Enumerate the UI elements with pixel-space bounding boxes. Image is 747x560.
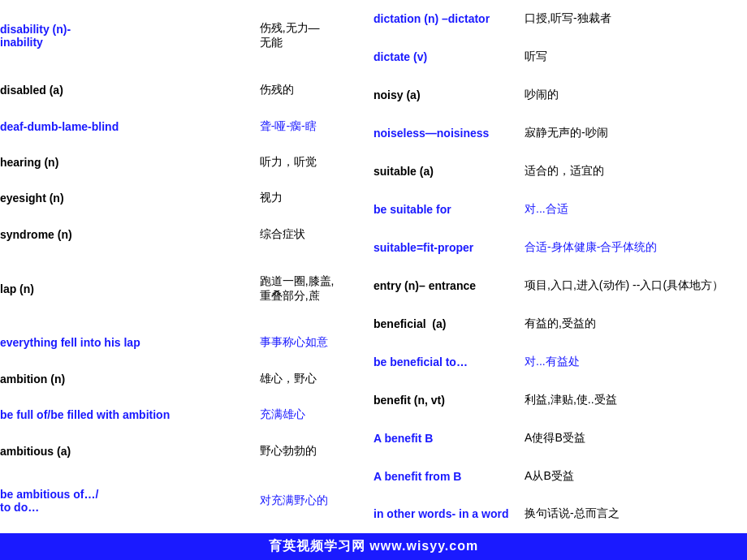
main-container: disability (n)- inability伤残,无力— 无能disabl…	[0, 0, 747, 560]
table-row: eyesight (n)视力	[0, 180, 374, 216]
def-cell: 野心勃勃的	[260, 433, 374, 468]
table-row: beneficial (a)有益的,受益的	[374, 304, 747, 342]
term-cell: noisy (a)	[374, 76, 525, 114]
def-cell: A使得B受益	[525, 419, 747, 457]
table-row: be suitable for对...合适	[374, 191, 747, 229]
term-cell: be suitable for	[374, 191, 525, 229]
def-cell: 伤残的	[260, 72, 374, 108]
def-cell: 聋-哑-瘸-瞎	[260, 108, 374, 144]
footer-bar: 育英视频学习网 www.wisyy.com	[0, 533, 747, 560]
def-cell: 利益,津贴,使..受益	[525, 381, 747, 419]
term-cell: dictation (n) –dictator	[374, 0, 525, 38]
table-row: hearing (n)听力，听觉	[0, 144, 374, 180]
def-cell: 听写	[525, 38, 747, 76]
table-row: disability (n)- inability伤残,无力— 无能	[0, 0, 374, 72]
term-cell: hearing (n)	[0, 144, 260, 180]
term-cell: be full of/be filled with ambition	[0, 397, 260, 433]
def-cell: 事事称心如意	[260, 325, 374, 360]
term-cell: suitable (a)	[374, 153, 525, 191]
def-cell: 合适-身体健康-合乎体统的	[525, 229, 747, 267]
def-cell: 视力	[260, 180, 374, 216]
term-cell: eyesight (n)	[0, 180, 260, 216]
def-cell: A从B受益	[525, 457, 747, 495]
table-row: lap (n)跑道一圈,膝盖, 重叠部分,蔗	[0, 252, 374, 325]
table-row: noisy (a)吵闹的	[374, 76, 747, 114]
def-cell: 对充满野心的	[260, 469, 374, 533]
term-cell: benefit (n, vt)	[374, 381, 525, 419]
def-cell: 有益的,受益的	[525, 304, 747, 342]
def-cell: 项目,入口,进入(动作) --入口(具体地方）	[525, 266, 747, 304]
def-cell: 换句话说-总而言之	[525, 495, 747, 533]
term-cell: deaf-dumb-lame-blind	[0, 108, 260, 144]
term-cell: dictate (v)	[374, 38, 525, 76]
table-row: suitable=fit-proper合适-身体健康-合乎体统的	[374, 229, 747, 267]
term-cell: entry (n)– entrance	[374, 266, 525, 304]
def-cell: 对...有益处	[525, 342, 747, 381]
def-cell: 充满雄心	[260, 397, 374, 433]
term-cell: everything fell into his lap	[0, 325, 260, 360]
table-row: be ambitious of…/ to do…对充满野心的	[0, 469, 374, 533]
table-row: ambition (n)雄心，野心	[0, 361, 374, 397]
def-cell: 跑道一圈,膝盖, 重叠部分,蔗	[260, 252, 374, 325]
term-cell: ambitious (a)	[0, 433, 260, 468]
table-row: be beneficial to…对...有益处	[374, 342, 747, 381]
term-cell: disabled (a)	[0, 72, 260, 108]
table-row: dictate (v)听写	[374, 38, 747, 76]
def-cell: 吵闹的	[525, 76, 747, 114]
term-cell: beneficial (a)	[374, 304, 525, 342]
table-row: disabled (a)伤残的	[0, 72, 374, 108]
tables-row: disability (n)- inability伤残,无力— 无能disabl…	[0, 0, 747, 533]
def-cell: 听力，听觉	[260, 144, 374, 180]
table-row: everything fell into his lap事事称心如意	[0, 325, 374, 360]
term-cell: in other words- in a word	[374, 495, 525, 533]
table-row: A benefit BA使得B受益	[374, 419, 747, 457]
def-cell: 适合的，适宜的	[525, 153, 747, 191]
def-cell: 伤残,无力— 无能	[260, 0, 374, 72]
term-cell: be beneficial to…	[374, 342, 525, 381]
table-row: entry (n)– entrance项目,入口,进入(动作) --入口(具体地…	[374, 266, 747, 304]
table-row: deaf-dumb-lame-blind聋-哑-瘸-瞎	[0, 108, 374, 144]
term-cell: A benefit B	[374, 419, 525, 457]
term-cell: disability (n)- inability	[0, 0, 260, 72]
term-cell: A benefit from B	[374, 457, 525, 495]
table-row: ambitious (a)野心勃勃的	[0, 433, 374, 468]
term-cell: noiseless—noisiness	[374, 114, 525, 153]
term-cell: syndrome (n)	[0, 217, 260, 252]
left-vocab-table: disability (n)- inability伤残,无力— 无能disabl…	[0, 0, 374, 533]
def-cell: 雄心，野心	[260, 361, 374, 397]
footer-text: 育英视频学习网 www.wisyy.com	[269, 539, 478, 553]
term-cell: lap (n)	[0, 252, 260, 325]
table-row: syndrome (n)综合症状	[0, 217, 374, 252]
table-row: benefit (n, vt)利益,津贴,使..受益	[374, 381, 747, 419]
term-cell: ambition (n)	[0, 361, 260, 397]
def-cell: 寂静无声的-吵闹	[525, 114, 747, 153]
right-vocab-table: dictation (n) –dictator口授,听写-独裁者dictate …	[374, 0, 747, 533]
table-row: dictation (n) –dictator口授,听写-独裁者	[374, 0, 747, 38]
term-cell: suitable=fit-proper	[374, 229, 525, 267]
table-row: noiseless—noisiness寂静无声的-吵闹	[374, 114, 747, 153]
table-row: A benefit from BA从B受益	[374, 457, 747, 495]
def-cell: 对...合适	[525, 191, 747, 229]
table-row: be full of/be filled with ambition充满雄心	[0, 397, 374, 433]
table-row: in other words- in a word换句话说-总而言之	[374, 495, 747, 533]
table-row: suitable (a)适合的，适宜的	[374, 153, 747, 191]
term-cell: be ambitious of…/ to do…	[0, 469, 260, 533]
def-cell: 综合症状	[260, 217, 374, 252]
def-cell: 口授,听写-独裁者	[525, 0, 747, 38]
